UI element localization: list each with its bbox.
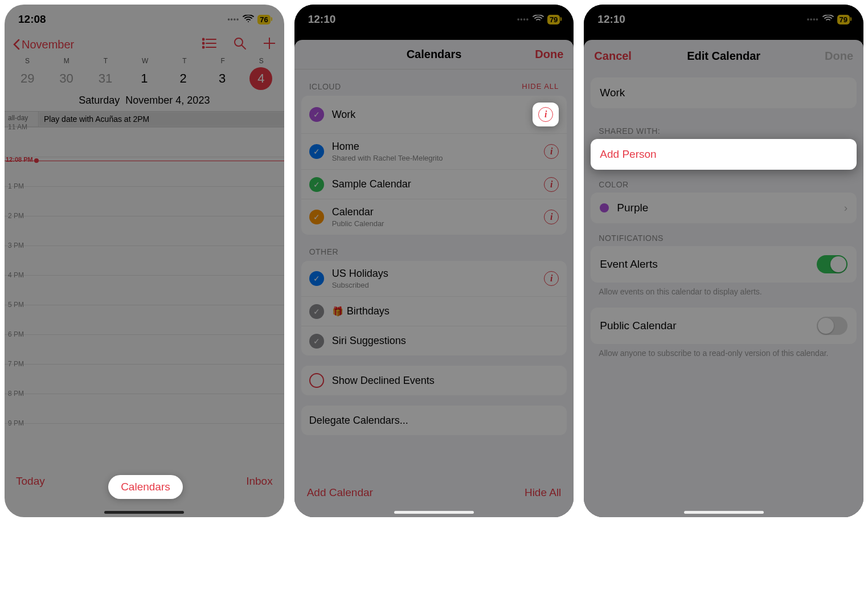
hours-grid[interactable]: 11 AM 12:08 PM 1 PM 2 PM 3 PM 4 PM 5 PM … [5, 127, 284, 453]
other-group: ✓ US HolidaysSubscribed i ✓ 🎁 Birthdays … [301, 261, 567, 355]
home-indicator[interactable] [684, 511, 764, 514]
shared-with-label: SHARED WITH: [584, 116, 863, 139]
add-person-row[interactable]: Add Person [591, 139, 857, 170]
chevron-right-icon: › [844, 202, 847, 214]
done-button-disabled: Done [825, 50, 853, 63]
add-person-label: Add Person [600, 148, 656, 161]
color-dot-icon [600, 203, 609, 212]
search-icon[interactable] [233, 36, 247, 52]
public-calendar-hint: Allow anyone to subscribe to a read-only… [584, 344, 863, 362]
info-button-highlight[interactable]: i [533, 103, 559, 126]
calendar-sub: Subscribed [332, 281, 537, 289]
screen-day-view: 12:08 •••• 76 November SMTWTFS 29 30 31 … [5, 5, 284, 517]
status-time: 12:08 [18, 13, 46, 26]
allday-row[interactable]: all-day Play date with Acuñas at 2PM [5, 111, 284, 127]
allday-event[interactable]: Play date with Acuñas at 2PM [39, 112, 284, 126]
home-indicator[interactable] [104, 511, 184, 514]
svg-point-3 [202, 39, 204, 40]
inbox-button[interactable]: Inbox [246, 475, 272, 499]
calendar-name: US Holidays [332, 268, 537, 280]
status-bar: 12:10 •••• 79 [584, 5, 863, 32]
sheet-toolbar: Add Calendar Hide All [294, 478, 574, 507]
calendar-name: Birthdays [347, 305, 559, 317]
now-indicator: 12:08 PM [5, 161, 284, 161]
status-time: 12:10 [597, 13, 625, 26]
add-calendar-button[interactable]: Add Calendar [307, 486, 373, 499]
edit-sheet: Cancel Edit Calendar Done Work SHARED WI… [584, 40, 863, 517]
battery-icon: 79 [837, 15, 850, 24]
cell-dots-icon: •••• [517, 15, 529, 23]
calendar-row-work[interactable]: ✓ Work i [301, 96, 567, 133]
list-icon[interactable] [202, 38, 217, 51]
delegate-row[interactable]: Delegate Calendars... [301, 406, 567, 435]
calendar-row-sample[interactable]: ✓ Sample Calendar i [301, 169, 567, 199]
status-bar: 12:10 •••• 79 [294, 5, 574, 32]
date-long: Saturday November 4, 2023 [5, 91, 284, 111]
show-declined-row[interactable]: Show Declined Events [301, 366, 567, 395]
check-icon[interactable]: ✓ [309, 177, 324, 192]
hide-all-button[interactable]: Hide All [525, 486, 561, 499]
calendar-name: Sample Calendar [332, 178, 537, 190]
sheet-title: Calendars [407, 48, 462, 61]
weekday-row: SMTWTFS [5, 56, 284, 66]
calendar-row-calendar[interactable]: ✓ CalendarPublic Calendar i [301, 199, 567, 235]
cancel-button[interactable]: Cancel [594, 50, 632, 63]
check-icon[interactable]: ✓ [309, 210, 324, 224]
event-alerts-toggle[interactable] [817, 255, 847, 273]
check-icon[interactable]: ✓ [309, 304, 324, 319]
calendar-name: Siri Suggestions [332, 335, 559, 347]
back-label: November [22, 38, 74, 51]
calendar-row-home[interactable]: ✓ HomeShared with Rachel Tee-Melegrito i [301, 133, 567, 169]
public-calendar-row[interactable]: Public Calendar [591, 308, 857, 344]
gift-icon: 🎁 [332, 306, 343, 317]
check-icon[interactable]: ✓ [309, 271, 324, 286]
calendars-button[interactable]: Calendars [108, 475, 183, 499]
calendar-sub: Shared with Rachel Tee-Melegrito [332, 154, 537, 162]
info-icon: i [538, 107, 553, 122]
info-icon[interactable]: i [544, 271, 559, 286]
wifi-icon [243, 13, 254, 26]
info-icon[interactable]: i [544, 144, 559, 159]
calendar-name: Calendar [332, 206, 537, 218]
section-other-label: OTHER [309, 247, 339, 256]
calendar-row-siri[interactable]: ✓ Siri Suggestions [301, 326, 567, 355]
notifications-label: NOTIFICATIONS [584, 223, 863, 246]
calendar-row-usholidays[interactable]: ✓ US HolidaysSubscribed i [301, 261, 567, 296]
event-alerts-hint: Allow events on this calendar to display… [584, 283, 863, 301]
selected-date: 4 [249, 67, 272, 90]
public-calendar-toggle[interactable] [817, 317, 847, 335]
info-icon[interactable]: i [544, 210, 559, 224]
screen-edit-calendar: 12:10 •••• 79 Cancel Edit Calendar Done … [584, 5, 863, 517]
cell-dots-icon: •••• [227, 15, 239, 23]
today-button[interactable]: Today [16, 475, 45, 499]
calendar-sub: Public Calendar [332, 219, 537, 228]
battery-icon: 76 [257, 15, 270, 24]
check-icon[interactable]: ✓ [309, 144, 324, 159]
calendars-sheet: Calendars Done ICLOUD HIDE ALL ✓ Work i … [294, 40, 574, 517]
nav-bar: November [5, 32, 284, 56]
event-alerts-row[interactable]: Event Alerts [591, 246, 857, 283]
wifi-icon [533, 13, 544, 26]
color-row[interactable]: Purple › [591, 193, 857, 223]
battery-icon: 79 [547, 15, 560, 24]
done-button[interactable]: Done [535, 48, 563, 61]
check-icon[interactable]: ✓ [309, 334, 324, 349]
section-icloud-label: ICLOUD [309, 82, 341, 91]
calendar-name-field[interactable]: Work [591, 77, 857, 108]
home-indicator[interactable] [394, 511, 474, 514]
svg-point-5 [202, 47, 204, 48]
sheet-title: Edit Calendar [687, 50, 760, 63]
screen-calendars-list: 12:10 •••• 79 Calendars Done ICLOUD HIDE… [294, 5, 574, 517]
color-value: Purple [617, 202, 648, 214]
hide-all-link[interactable]: HIDE ALL [522, 82, 559, 91]
sheet-header: Cancel Edit Calendar Done [584, 40, 863, 69]
add-icon[interactable] [263, 36, 276, 52]
calendar-row-birthdays[interactable]: ✓ 🎁 Birthdays [301, 296, 567, 326]
wifi-icon [822, 13, 834, 26]
date-row[interactable]: 29 30 31 1 2 3 4 [5, 66, 284, 91]
public-calendar-label: Public Calendar [600, 320, 676, 332]
check-icon[interactable]: ✓ [309, 107, 324, 122]
radio-empty-icon[interactable] [309, 373, 324, 388]
back-button[interactable]: November [13, 38, 74, 51]
info-icon[interactable]: i [544, 177, 559, 192]
